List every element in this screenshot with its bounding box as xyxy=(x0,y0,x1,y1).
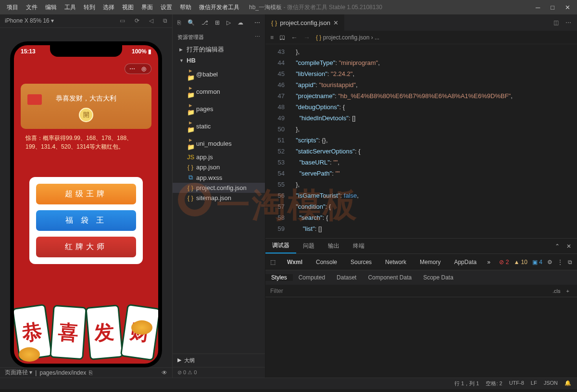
tab-close-icon[interactable]: ✕ xyxy=(333,19,339,26)
kebab-icon[interactable]: ⋮ xyxy=(557,259,563,266)
sub-memory[interactable]: Memory xyxy=(413,259,447,266)
maximize-icon[interactable]: □ xyxy=(551,4,554,11)
page-path[interactable]: pages/index/index xyxy=(39,369,86,376)
menu-file[interactable]: 文件 xyxy=(22,1,41,13)
menu-settings[interactable]: 设置 xyxy=(157,1,176,13)
menu-devtools[interactable]: 微信开发者工具 xyxy=(195,1,243,13)
menu-select[interactable]: 选择 xyxy=(99,1,118,13)
panel-close-icon[interactable]: ✕ xyxy=(566,243,571,250)
sub-more-icon[interactable]: » xyxy=(483,259,494,266)
error-badge[interactable]: ⊘ 2 xyxy=(499,259,509,266)
tree-project.config.json[interactable]: { }project.config.json xyxy=(173,183,265,193)
indent[interactable]: 空格: 2 xyxy=(486,380,502,387)
toggle-panel-icon[interactable]: ≡ xyxy=(270,34,274,41)
tree-common[interactable]: ▸ 📁common xyxy=(173,83,265,100)
warn-badge[interactable]: ▲ 10 xyxy=(514,259,527,266)
menu-view[interactable]: 视图 xyxy=(118,1,138,13)
dbg-tab-problems[interactable]: 问题 xyxy=(296,239,321,253)
open-editors-section[interactable]: ▶打开的编辑器 xyxy=(173,44,265,55)
tree-static[interactable]: ▸ 📁static xyxy=(173,117,265,135)
open-button[interactable]: 開 xyxy=(79,108,93,122)
dbg-tab-output[interactable]: 输出 xyxy=(321,239,346,253)
encoding[interactable]: UTF-8 xyxy=(509,380,524,387)
problems-count[interactable]: ⊘ 0 ⚠ 0 xyxy=(173,367,265,378)
device-selector[interactable]: iPhone X 85% 16 ▾ xyxy=(5,17,54,24)
root-folder[interactable]: ▼HB xyxy=(173,55,265,65)
preview-icon[interactable]: 👁 xyxy=(162,369,167,376)
nav-back-icon[interactable]: ← xyxy=(291,34,298,41)
tree-@babel[interactable]: ▸ 📁@babel xyxy=(173,65,265,83)
close-icon[interactable]: ✕ xyxy=(565,4,570,11)
cloud-icon[interactable]: ☁ xyxy=(238,19,243,26)
scopedata-tab[interactable]: Scope Data xyxy=(417,274,459,281)
dbg-tab-debugger[interactable]: 调试器 xyxy=(265,239,296,253)
dataset-tab[interactable]: Dataset xyxy=(331,274,362,281)
sub-sources[interactable]: Sources xyxy=(344,259,378,266)
panel-up-icon[interactable]: ⌃ xyxy=(555,243,560,250)
bookmark-icon[interactable]: 🕮 xyxy=(279,34,285,41)
sub-appdata[interactable]: AppData xyxy=(447,259,483,266)
editor-tab[interactable]: { } project.config.json ✕ xyxy=(265,14,345,31)
split-icon[interactable]: ◫ xyxy=(553,19,559,26)
tree-app.js[interactable]: JSapp.js xyxy=(173,152,265,162)
ext-icon[interactable]: ⊞ xyxy=(215,19,220,26)
page-path-label[interactable]: 页面路径 ▾ xyxy=(5,368,32,377)
compdata-tab[interactable]: Component Data xyxy=(362,274,417,281)
dock-icon[interactable]: ⧉ xyxy=(568,259,572,266)
status-bar: 行 1，列 1 空格: 2 UTF-8 LF JSON 🔔 xyxy=(0,378,577,389)
status-battery: 100% ▮ xyxy=(132,48,151,55)
nav-fwd-icon[interactable]: → xyxy=(303,34,310,41)
branch-icon[interactable]: ⎇ xyxy=(201,19,208,26)
refresh-icon[interactable]: ⟳ xyxy=(135,17,139,24)
tree-app.json[interactable]: { }app.json xyxy=(173,162,265,172)
code-editor[interactable]: }, "compileType": "miniprogram", "libVer… xyxy=(288,44,513,238)
menu-tool[interactable]: 工具 xyxy=(61,1,80,13)
card-bag[interactable]: 福 袋 王 xyxy=(36,210,136,231)
lang-mode[interactable]: JSON xyxy=(544,380,558,387)
sub-console[interactable]: Console xyxy=(309,259,344,266)
explorer-icon[interactable]: ⎘ xyxy=(177,19,181,26)
inspect-icon[interactable]: ⬚ xyxy=(265,259,280,266)
outline-section[interactable]: ▶大纲 xyxy=(173,354,265,367)
menu-edit[interactable]: 编辑 xyxy=(41,1,61,13)
dbg-tab-terminal[interactable]: 终端 xyxy=(346,239,371,253)
bell-icon[interactable]: 🔔 xyxy=(564,380,571,387)
tree-sitemap.json[interactable]: { }sitemap.json xyxy=(173,193,265,203)
card-super[interactable]: 超级王牌 xyxy=(36,184,136,204)
tree-uni_modules[interactable]: ▸ 📁uni_modules xyxy=(173,135,265,152)
debug-icon[interactable]: ▷ xyxy=(226,19,231,26)
status-time: 15:13 xyxy=(21,48,36,55)
card-red[interactable]: 红牌大师 xyxy=(36,237,136,257)
menu-interface[interactable]: 界面 xyxy=(138,1,157,13)
capsule-menu[interactable]: ⋯◎ xyxy=(125,63,151,74)
copy-icon[interactable]: ⎘ xyxy=(89,369,92,376)
info-badge[interactable]: ▣ 4 xyxy=(532,259,542,266)
add-rule-icon[interactable]: + xyxy=(564,288,572,294)
mute-icon[interactable]: ◁ xyxy=(149,17,153,24)
gear-icon[interactable]: ⚙ xyxy=(547,259,552,266)
sub-wxml[interactable]: Wxml xyxy=(280,259,309,266)
detach-icon[interactable]: ⧉ xyxy=(163,17,167,24)
red-envelope[interactable]: 恭喜发财，大吉大利 開 xyxy=(21,84,151,129)
sub-network[interactable]: Network xyxy=(378,259,413,266)
tree-pages[interactable]: ▸ 📁pages xyxy=(173,100,265,117)
styles-tab[interactable]: Styles xyxy=(265,274,293,281)
breadcrumb[interactable]: { } project.config.json › ... xyxy=(316,34,379,41)
tree-app.wxss[interactable]: ⧉app.wxss xyxy=(173,172,265,183)
menu-help[interactable]: 帮助 xyxy=(176,1,195,13)
cursor-pos[interactable]: 行 1，列 1 xyxy=(454,380,479,387)
tab-more-icon[interactable]: ⋯ xyxy=(565,19,571,26)
filter-input[interactable] xyxy=(270,288,550,294)
more-icon[interactable]: ⋯ xyxy=(254,19,260,26)
cls-button[interactable]: .cls xyxy=(550,288,564,294)
minimize-icon[interactable]: ─ xyxy=(536,4,540,11)
eol[interactable]: LF xyxy=(531,380,537,387)
phone-icon[interactable]: ▭ xyxy=(120,17,125,24)
search-icon[interactable]: 🔍 xyxy=(188,19,195,26)
surprise-text: 惊喜：概率获得99.99、168、178、188、199、131.4、520、1… xyxy=(14,129,158,156)
envelope-icon xyxy=(27,94,42,105)
computed-tab[interactable]: Computed xyxy=(293,274,331,281)
menu-goto[interactable]: 转到 xyxy=(80,1,99,13)
explorer-more-icon[interactable]: ⋯ xyxy=(255,34,260,41)
menu-project[interactable]: 项目 xyxy=(3,1,22,13)
